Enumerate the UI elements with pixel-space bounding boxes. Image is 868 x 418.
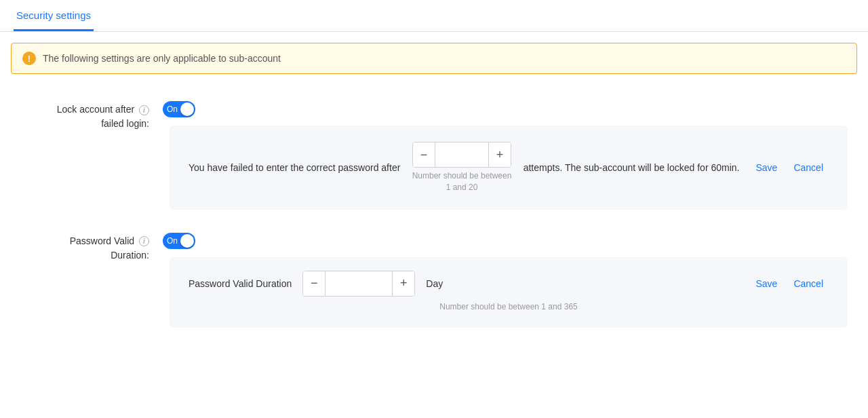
password-valid-input[interactable] <box>325 271 393 296</box>
password-valid-label: Password Valid i Duration: <box>14 230 163 263</box>
lock-account-toggle-wrapper: On <box>163 101 854 117</box>
password-valid-input-hint: Number should be between 1 and 365 <box>189 302 829 311</box>
lock-account-section: Lock account after i failed login: On Yo… <box>14 98 854 210</box>
alert-icon: ! <box>22 52 36 65</box>
password-valid-detail-card: Password Valid Duration − + Day Save Can… <box>170 257 848 328</box>
tab-security-settings[interactable]: Security settings <box>14 0 94 31</box>
password-valid-info-icon[interactable]: i <box>139 236 149 246</box>
lock-account-desc-before: You have failed to enter the correct pas… <box>189 162 400 173</box>
lock-account-input-hint: Number should be between 1 and 20 <box>411 170 512 193</box>
password-valid-toggle[interactable]: On <box>163 233 195 249</box>
password-valid-stepper: − + <box>302 271 415 297</box>
password-valid-label-text: Password Valid <box>70 235 134 246</box>
settings-body: Lock account after i failed login: On Yo… <box>0 85 868 348</box>
password-valid-increment-btn[interactable]: + <box>393 271 414 296</box>
password-valid-toggle-label: On <box>167 236 178 246</box>
password-valid-input-row: Password Valid Duration − + Day Save Can… <box>189 271 829 297</box>
password-valid-field-label: Password Valid Duration <box>189 278 292 289</box>
lock-account-save-btn[interactable]: Save <box>750 159 783 176</box>
password-valid-actions: Save Cancel <box>750 276 829 292</box>
lock-account-toggle-knob <box>180 102 194 116</box>
password-valid-toggle-wrapper: On <box>163 233 854 249</box>
lock-account-input[interactable] <box>435 142 489 167</box>
password-valid-label-text2: Duration: <box>111 250 149 261</box>
password-valid-section: Password Valid i Duration: On Password V… <box>14 230 854 328</box>
lock-account-toggle-label: On <box>167 104 178 114</box>
lock-account-stepper: − + <box>412 142 511 168</box>
password-valid-decrement-btn[interactable]: − <box>303 271 325 296</box>
password-valid-cancel-btn[interactable]: Cancel <box>788 276 829 292</box>
lock-account-info-icon[interactable]: i <box>139 105 149 115</box>
lock-account-label: Lock account after i failed login: <box>14 98 163 131</box>
password-valid-save-btn[interactable]: Save <box>750 276 783 292</box>
lock-account-input-group: − + Number should be between 1 and 20 <box>411 142 512 193</box>
lock-account-toggle[interactable]: On <box>163 101 195 117</box>
lock-account-cancel-btn[interactable]: Cancel <box>788 159 829 176</box>
lock-account-actions: Save Cancel <box>750 159 829 176</box>
tab-bar: Security settings <box>0 0 868 32</box>
lock-account-label-text: Lock account after <box>57 104 134 115</box>
password-valid-toggle-knob <box>180 234 194 248</box>
lock-account-detail-card: You have failed to enter the correct pas… <box>170 126 848 210</box>
alert-banner: ! The following settings are only applic… <box>11 43 857 74</box>
page-container: Security settings ! The following settin… <box>0 0 868 418</box>
lock-account-decrement-btn[interactable]: − <box>413 142 435 167</box>
lock-account-label-text2: failed login: <box>101 118 149 129</box>
lock-account-increment-btn[interactable]: + <box>489 142 511 167</box>
alert-text: The following settings are only applicab… <box>43 53 281 64</box>
lock-account-desc-after: attempts. The sub-account will be locked… <box>524 162 740 173</box>
password-valid-day-label: Day <box>426 278 443 289</box>
